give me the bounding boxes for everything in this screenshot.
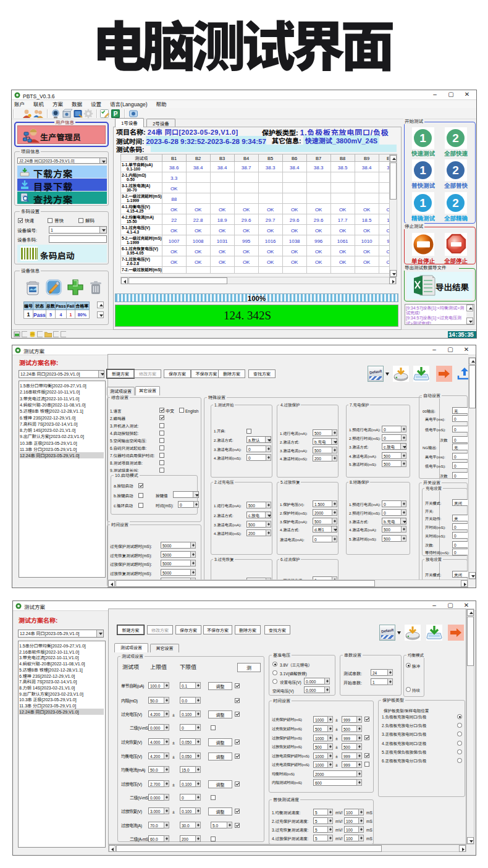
svg-text:P: P bbox=[114, 111, 118, 117]
